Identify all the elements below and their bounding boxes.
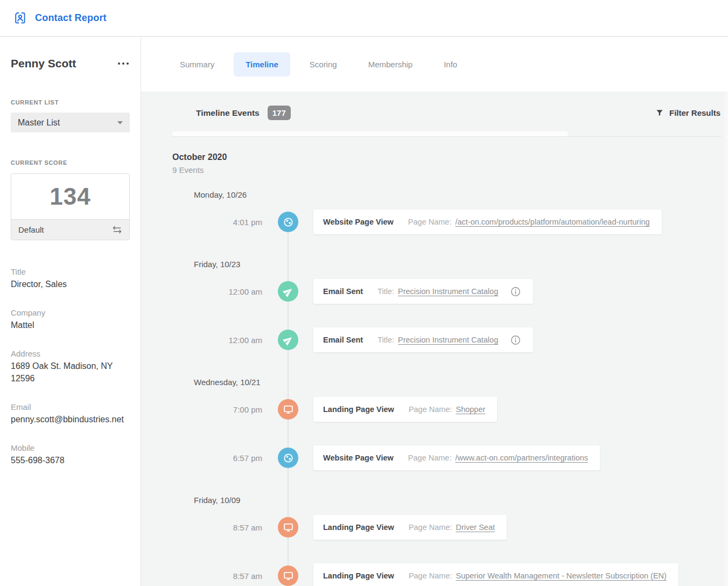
event-time: 12:00 am <box>172 336 262 345</box>
filter-results-button[interactable]: Filter Results <box>655 108 720 117</box>
paper-plane-icon <box>278 330 298 350</box>
event-row: 8:57 am Landing Page ViewPage Name:Drive… <box>172 515 728 540</box>
score-value: 134 <box>11 174 129 219</box>
event-link[interactable]: Precision Instrument Catalog <box>398 287 498 296</box>
field-label: Email <box>11 401 130 413</box>
score-card: 134 Default <box>11 173 130 240</box>
event-link[interactable]: Superior Wealth Management - Newsletter … <box>456 571 666 580</box>
contact-fields: TitleDirector, SalesCompanyMattelAddress… <box>11 266 130 466</box>
contact-field-address: Address1689 Oak St. Madison, NY 12596 <box>11 347 130 385</box>
event-field-label: Title: <box>377 287 394 296</box>
contact-field-company: CompanyMattel <box>11 306 130 331</box>
event-row: 12:00 am Email SentTitle:Precision Instr… <box>172 279 728 304</box>
event-type-label: Website Page View <box>323 218 394 226</box>
info-icon[interactable] <box>510 334 521 346</box>
timeline-days: Monday, 10/264:01 pm Website Page ViewPa… <box>172 189 728 586</box>
page-title: Contact Report <box>35 12 107 24</box>
event-row: 7:00 pm Landing Page ViewPage Name:Shopp… <box>172 397 728 422</box>
event-type-label: Landing Page View <box>323 405 394 414</box>
event-row: 12:00 am Email SentTitle:Precision Instr… <box>172 327 728 352</box>
globe-icon <box>278 212 298 232</box>
event-card: Landing Page ViewPage Name:Superior Weal… <box>313 563 678 586</box>
monitor-icon <box>278 517 298 538</box>
filter-results-label: Filter Results <box>669 108 720 117</box>
current-list-dropdown[interactable]: Master List <box>11 113 130 132</box>
event-link[interactable]: /act-on.com/products/platform/automation… <box>455 218 649 226</box>
funnel-icon <box>655 108 664 117</box>
event-link[interactable]: /www.act-on.com/partners/integrations <box>455 454 588 462</box>
contact-field-mobile: Mobile555-698-3678 <box>11 442 130 466</box>
header-divider <box>172 136 722 137</box>
event-row: 6:57 pm Website Page ViewPage Name:/www.… <box>172 445 728 470</box>
event-card: Website Page ViewPage Name:/www.act-on.c… <box>313 445 600 470</box>
more-options-button[interactable] <box>115 60 130 67</box>
month-label: October 2020 <box>172 151 728 164</box>
day-group: Friday, 10/098:57 am Landing Page ViewPa… <box>172 494 728 586</box>
paper-plane-icon <box>278 281 298 302</box>
event-row: 8:57 am Landing Page ViewPage Name:Super… <box>172 563 728 586</box>
event-field-label: Page Name: <box>408 218 452 226</box>
info-icon[interactable] <box>510 286 521 297</box>
field-label: Title <box>11 266 130 278</box>
event-card: Landing Page ViewPage Name:Shopper <box>313 397 497 422</box>
field-label: Address <box>11 347 130 360</box>
event-count-badge: 177 <box>268 106 291 120</box>
contact-name: Penny Scott <box>11 57 76 70</box>
scrollbar-track[interactable] <box>725 92 728 586</box>
monitor-icon <box>278 566 298 586</box>
field-label: Mobile <box>11 442 130 454</box>
current-list-value: Master List <box>18 118 60 128</box>
event-field-label: Page Name: <box>409 405 452 414</box>
timeline-section: Timeline Events 177 Filter Results Octob… <box>141 92 728 586</box>
tab-bar: SummaryTimelineScoringMembershipInfo <box>141 37 728 92</box>
event-time: 7:00 pm <box>172 405 262 414</box>
event-field-label: Title: <box>377 336 394 344</box>
event-type-label: Landing Page View <box>323 523 394 532</box>
event-time: 8:57 am <box>172 571 262 581</box>
current-list-label: CURRENT LIST <box>11 99 130 106</box>
event-type-label: Website Page View <box>323 454 394 462</box>
tab-info[interactable]: Info <box>432 52 469 76</box>
event-row: 4:01 pm Website Page ViewPage Name:/act-… <box>172 210 728 234</box>
day-label: Monday, 10/26 <box>194 189 728 201</box>
event-time: 6:57 pm <box>172 454 262 463</box>
month-event-count: 9 Events <box>172 164 728 177</box>
field-value: 555-698-3678 <box>11 454 130 466</box>
day-label: Wednesday, 10/21 <box>194 376 728 389</box>
contact-report-page: Contact Report Penny Scott CURRENT LIST … <box>0 0 728 586</box>
event-time: 12:00 am <box>172 287 262 296</box>
field-label: Company <box>11 306 130 319</box>
current-score-label: CURRENT SCORE <box>11 159 130 166</box>
day-group: Friday, 10/2312:00 am Email SentTitle:Pr… <box>172 258 728 352</box>
main-content: SummaryTimelineScoringMembershipInfo Tim… <box>141 37 728 586</box>
event-field-label: Page Name: <box>409 571 452 580</box>
day-group: Wednesday, 10/217:00 pm Landing Page Vie… <box>172 376 728 470</box>
tab-summary[interactable]: Summary <box>168 52 226 76</box>
timeline-header: Timeline Events 177 Filter Results <box>141 92 728 120</box>
event-link[interactable]: Shopper <box>456 405 485 414</box>
contact-card-icon <box>13 11 27 25</box>
event-link[interactable]: Driver Seat <box>456 523 495 532</box>
event-type-label: Email Sent <box>323 287 363 296</box>
app-logo: Contact Report <box>13 11 107 25</box>
swap-score-icon[interactable] <box>112 226 122 234</box>
event-link[interactable]: Precision Instrument Catalog <box>398 336 498 344</box>
score-type: Default <box>18 225 44 234</box>
event-field-label: Page Name: <box>408 454 452 462</box>
field-value: 1689 Oak St. Madison, NY 12596 <box>11 360 130 385</box>
day-group: Monday, 10/264:01 pm Website Page ViewPa… <box>172 189 728 234</box>
event-card: Email SentTitle:Precision Instrument Cat… <box>313 279 533 304</box>
event-card: Email SentTitle:Precision Instrument Cat… <box>313 327 533 352</box>
contact-sidebar: Penny Scott CURRENT LIST Master List CUR… <box>0 37 141 586</box>
contact-field-title: TitleDirector, Sales <box>11 266 130 290</box>
tab-timeline[interactable]: Timeline <box>234 52 290 76</box>
event-card: Landing Page ViewPage Name:Driver Seat <box>313 515 507 540</box>
event-type-label: Landing Page View <box>323 571 394 580</box>
tab-membership[interactable]: Membership <box>356 52 425 76</box>
event-type-label: Email Sent <box>323 336 363 344</box>
event-field-label: Page Name: <box>409 523 452 532</box>
tab-scoring[interactable]: Scoring <box>298 52 349 76</box>
timeline-title: Timeline Events <box>196 108 260 118</box>
contact-field-email: Emailpenny.scott@bbindustries.net <box>11 401 130 425</box>
event-time: 4:01 pm <box>172 218 262 227</box>
